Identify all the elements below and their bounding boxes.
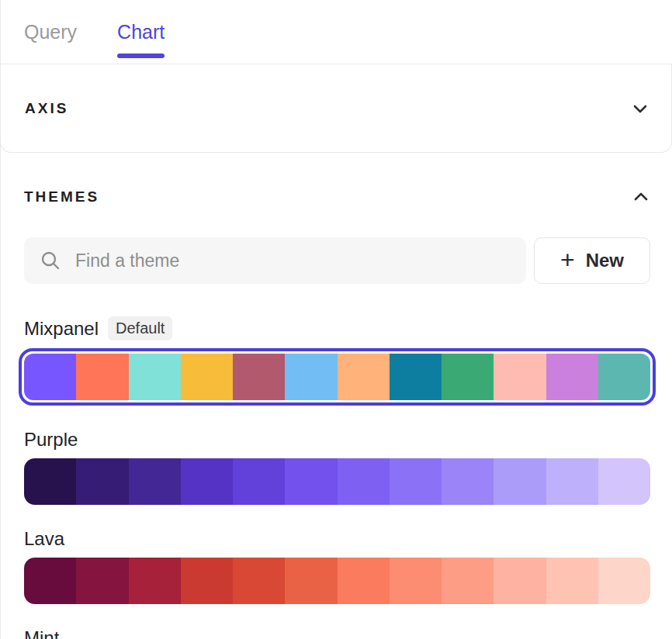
color-swatch xyxy=(598,354,650,400)
color-swatch xyxy=(442,354,494,400)
color-swatch xyxy=(338,558,390,604)
color-swatch xyxy=(181,558,233,604)
new-theme-button[interactable]: + New xyxy=(534,237,650,284)
color-swatch xyxy=(233,458,285,505)
default-badge: Default xyxy=(108,316,172,340)
color-swatch xyxy=(24,558,76,604)
themes-section: THEMES + New MixpanelDefaultPurpleLavaMi… xyxy=(1,153,672,639)
chart-settings-panel: Query Chart AXIS THEMES xyxy=(0,0,672,639)
plus-icon: + xyxy=(560,247,575,272)
color-swatch xyxy=(181,458,233,505)
color-swatch xyxy=(285,354,337,400)
color-swatch xyxy=(76,354,128,400)
theme-swatches-mixpanel-selected[interactable] xyxy=(19,348,656,406)
color-swatch xyxy=(442,458,494,505)
color-swatch xyxy=(76,458,128,505)
theme-swatches-lava[interactable] xyxy=(24,558,650,604)
new-theme-button-label: New xyxy=(586,250,624,271)
color-swatch xyxy=(285,558,337,604)
color-swatch xyxy=(598,558,650,604)
search-input-wrapper[interactable] xyxy=(24,237,526,284)
color-swatch xyxy=(390,458,442,505)
color-swatch xyxy=(338,458,390,505)
active-tab-underline xyxy=(117,54,165,58)
theme-label-row: Mint xyxy=(24,627,650,639)
themes-section-header[interactable]: THEMES xyxy=(24,188,650,206)
color-swatch xyxy=(76,558,128,604)
color-swatch xyxy=(285,458,337,505)
theme-item-mixpanel: MixpanelDefault xyxy=(24,316,650,406)
color-swatch xyxy=(24,354,76,400)
theme-label-row: MixpanelDefault xyxy=(24,316,650,340)
tab-chart[interactable]: Chart xyxy=(117,0,165,64)
themes-list: MixpanelDefaultPurpleLavaMint xyxy=(24,316,650,639)
color-swatch xyxy=(129,558,181,604)
themes-section-title: THEMES xyxy=(24,188,99,206)
search-icon xyxy=(40,250,61,271)
swatch-row xyxy=(24,354,650,400)
color-swatch xyxy=(494,558,546,604)
color-swatch xyxy=(546,354,598,400)
tab-query-label: Query xyxy=(24,21,77,43)
tab-bar: Query Chart xyxy=(1,0,672,64)
color-swatch xyxy=(442,558,494,604)
theme-toolbar: + New xyxy=(24,237,650,284)
theme-name: Purple xyxy=(24,429,78,451)
swatch-row xyxy=(24,558,650,604)
theme-label-row: Purple xyxy=(24,429,650,451)
theme-name: Lava xyxy=(24,528,64,550)
color-swatch xyxy=(338,354,390,400)
color-swatch xyxy=(546,558,598,604)
theme-name: Mint xyxy=(24,627,59,639)
theme-item-lava: Lava xyxy=(24,528,650,604)
axis-section-header[interactable]: AXIS xyxy=(0,64,672,153)
color-swatch xyxy=(598,458,650,505)
color-swatch xyxy=(129,458,181,505)
color-swatch xyxy=(129,354,181,400)
chevron-down-icon[interactable] xyxy=(631,99,649,118)
theme-item-purple: Purple xyxy=(24,429,650,505)
theme-label-row: Lava xyxy=(24,528,650,550)
search-input[interactable] xyxy=(74,250,511,272)
color-swatch xyxy=(390,354,442,400)
color-swatch xyxy=(233,354,285,400)
color-swatch xyxy=(24,458,76,505)
color-swatch xyxy=(494,458,546,505)
swatch-row xyxy=(24,458,650,505)
theme-item-mint: Mint xyxy=(24,627,650,639)
axis-section-title: AXIS xyxy=(25,100,68,117)
color-swatch xyxy=(390,558,442,604)
theme-name: Mixpanel xyxy=(24,318,99,340)
color-swatch xyxy=(181,354,233,400)
tab-chart-label: Chart xyxy=(117,21,165,43)
theme-swatches-purple[interactable] xyxy=(24,458,650,505)
color-swatch xyxy=(233,558,285,604)
color-swatch xyxy=(494,354,546,400)
tab-query[interactable]: Query xyxy=(24,0,77,64)
chevron-up-icon[interactable] xyxy=(632,188,650,206)
color-swatch xyxy=(546,458,598,505)
